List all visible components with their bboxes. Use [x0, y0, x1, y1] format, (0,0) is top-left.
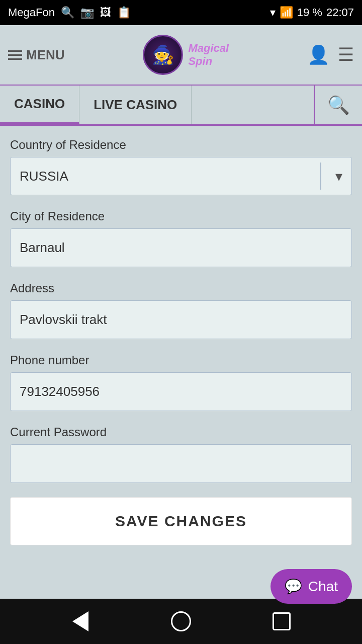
- hamburger-icon[interactable]: ☰: [338, 44, 354, 65]
- nav-tabs: CASINO LIVE CASINO 🔍: [0, 86, 362, 126]
- password-field-group: Current Password: [10, 425, 352, 483]
- logo-text: Magical Spin: [188, 42, 229, 68]
- signal-icon: 📶: [280, 6, 293, 19]
- recents-button[interactable]: [269, 609, 294, 634]
- android-nav-bar: [0, 599, 362, 644]
- wifi-icon: ▾: [270, 6, 276, 19]
- search-icon: 🔍: [61, 6, 74, 19]
- city-label: City of Residence: [10, 209, 352, 223]
- phone-field-group: Phone number: [10, 353, 352, 411]
- home-icon: [171, 611, 191, 631]
- address-field-group: Address: [10, 281, 352, 339]
- chat-label: Chat: [308, 579, 338, 595]
- country-select[interactable]: RUSSIA: [11, 157, 351, 195]
- search-icon: 🔍: [327, 95, 350, 116]
- address-input[interactable]: [10, 300, 352, 339]
- logo-brand: Magical: [188, 42, 229, 55]
- battery-label: 19 %: [297, 6, 322, 19]
- logo-icon: 🧙: [143, 35, 183, 75]
- menu-button[interactable]: MENU: [8, 47, 65, 63]
- select-divider: [320, 163, 321, 190]
- phone-input[interactable]: [10, 372, 352, 411]
- country-label: Country of Residence: [10, 138, 352, 152]
- gallery-icon: 🖼: [100, 6, 111, 19]
- recents-icon: [273, 612, 291, 630]
- header-actions: 👤 ☰: [307, 44, 354, 65]
- back-button[interactable]: [68, 609, 93, 634]
- time-label: 22:07: [326, 6, 354, 19]
- country-select-wrap[interactable]: RUSSIA ▾: [10, 157, 352, 195]
- header: MENU 🧙 Magical Spin 👤 ☰: [0, 25, 362, 86]
- menu-label: MENU: [26, 47, 65, 63]
- tab-casino[interactable]: CASINO: [0, 86, 79, 124]
- phone-label: Phone number: [10, 353, 352, 367]
- search-button[interactable]: 🔍: [314, 86, 362, 124]
- country-field-group: Country of Residence RUSSIA ▾: [10, 138, 352, 195]
- city-field-group: City of Residence: [10, 209, 352, 267]
- address-label: Address: [10, 281, 352, 295]
- tab-live-casino[interactable]: LIVE CASINO: [79, 86, 192, 124]
- user-icon[interactable]: 👤: [307, 44, 330, 65]
- chat-button[interactable]: 💬 Chat: [270, 569, 352, 604]
- save-button-area: SAVE CHANGES: [10, 497, 352, 545]
- save-changes-button[interactable]: SAVE CHANGES: [10, 497, 352, 545]
- main-content: Country of Residence RUSSIA ▾ City of Re…: [0, 126, 362, 599]
- back-icon: [72, 611, 88, 631]
- carrier-label: MegaFon: [8, 6, 55, 19]
- chat-bubble-icon: 💬: [285, 578, 302, 595]
- status-bar: MegaFon 🔍 📷 🖼 📋 ▾ 📶 19 % 22:07: [0, 0, 362, 25]
- home-button[interactable]: [168, 609, 194, 634]
- password-input[interactable]: [10, 444, 352, 483]
- logo: 🧙 Magical Spin: [143, 35, 229, 75]
- logo-spin: Spin: [188, 55, 229, 68]
- instagram-icon: 📷: [80, 6, 94, 19]
- clipboard-icon: 📋: [117, 6, 131, 19]
- city-input[interactable]: [10, 228, 352, 267]
- password-label: Current Password: [10, 425, 352, 439]
